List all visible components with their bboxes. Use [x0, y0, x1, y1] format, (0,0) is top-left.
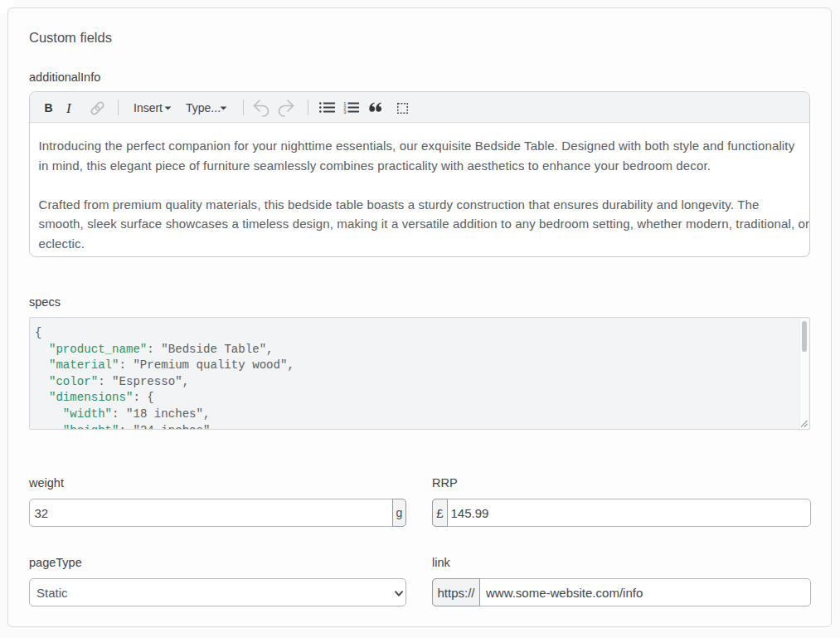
svg-text:3: 3 — [343, 110, 346, 114]
